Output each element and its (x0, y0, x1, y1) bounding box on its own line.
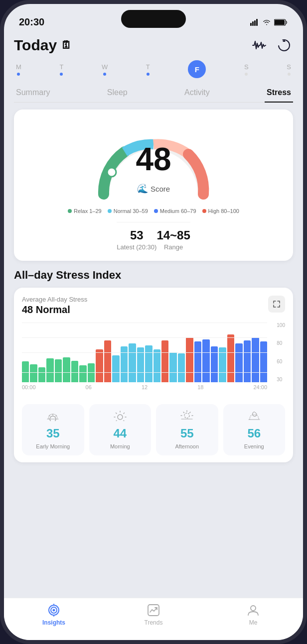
activity-icon-btn[interactable] (250, 36, 268, 54)
chart-y-labels: 100 80 60 30 (277, 322, 285, 382)
app-content: Today 🗓 M (4, 31, 303, 640)
chart-x-labels: 00:00 06 12 18 24:00 (22, 384, 285, 397)
morning-label: Morning (110, 443, 130, 449)
trends-icon (147, 603, 160, 617)
tab-stress-label: Stress (267, 88, 291, 97)
gauge-label: 🌊 Score (137, 183, 170, 194)
chart-bar-14 (137, 347, 144, 382)
chart-bar-8 (88, 363, 95, 382)
morning-value: 44 (113, 427, 127, 440)
range-value: 14~85 (156, 228, 190, 242)
y-label-100: 100 (277, 322, 285, 328)
score-wave-icon: 🌊 (137, 183, 148, 194)
chart-bar-11 (112, 355, 119, 382)
nav-insights[interactable]: Insights (36, 603, 71, 626)
chart-bars (22, 322, 267, 382)
dynamic-island (121, 10, 186, 28)
svg-rect-32 (148, 605, 159, 616)
svg-line-23 (183, 412, 184, 413)
svg-point-12 (118, 415, 123, 420)
legend-normal-dot (108, 209, 112, 213)
week-day-s2-label: S (287, 63, 291, 71)
week-day-t1-label: T (59, 63, 63, 71)
signal-icon (250, 19, 259, 26)
tab-activity[interactable]: Activity (182, 85, 212, 102)
svg-point-33 (251, 606, 256, 611)
y-label-80: 80 (277, 340, 285, 346)
chart-bar-9 (96, 349, 103, 382)
latest-stat: 53 Latest (20:30) (117, 228, 156, 251)
chart-bar-28 (252, 337, 259, 382)
avg-label: Average All-day Stress (22, 296, 87, 303)
legend-high: High 80–100 (202, 208, 239, 214)
legend-relax-dot (68, 209, 72, 213)
stress-card-header: Average All-day Stress 48 Normal (22, 296, 285, 316)
week-day-t1[interactable]: T (59, 63, 63, 76)
x-label-18: 18 (197, 384, 203, 390)
svg-line-19 (116, 421, 117, 421)
chart-bar-16 (154, 349, 160, 382)
tab-summary[interactable]: Summary (14, 85, 52, 102)
legend-normal: Normal 30–59 (108, 208, 148, 214)
chart-bar-4 (55, 359, 62, 382)
time-block-early-morning: 35 Early Morning (22, 404, 84, 455)
week-day-w[interactable]: W (102, 63, 108, 76)
tabs-row: Summary Sleep Activity Stress (14, 83, 293, 103)
gauge-score: 48 (136, 143, 171, 175)
chart-bar-21 (194, 341, 201, 382)
early-morning-icon (46, 410, 60, 424)
refresh-icon-btn[interactable] (275, 36, 293, 54)
week-day-t1-dot (60, 73, 63, 76)
legend-row: Relax 1–29 Normal 30–59 Medium 60–79 Hig… (68, 208, 239, 214)
svg-line-20 (124, 421, 125, 421)
morning-icon (113, 410, 127, 424)
tab-sleep[interactable]: Sleep (105, 85, 130, 102)
nav-trends[interactable]: Trends (136, 603, 171, 626)
legend-medium: Medium 60–79 (154, 208, 196, 214)
legend-relax-label: Relax 1–29 (74, 208, 102, 214)
legend-relax: Relax 1–29 (68, 208, 102, 214)
week-day-w-dot (103, 73, 106, 76)
chart-bar-18 (169, 352, 176, 382)
latest-value: 53 (117, 228, 156, 242)
refresh-icon (277, 38, 291, 52)
tab-activity-label: Activity (184, 88, 210, 97)
waveform-icon (252, 40, 266, 51)
week-day-s1[interactable]: S (244, 63, 249, 76)
week-day-s2[interactable]: S (287, 63, 291, 76)
chart-bar-17 (161, 340, 168, 382)
evening-value: 56 (247, 427, 261, 440)
week-day-s1-dot (245, 73, 248, 76)
expand-button[interactable] (268, 296, 285, 313)
chart-bar-1 (30, 364, 37, 382)
early-morning-value: 35 (46, 427, 60, 440)
time-block-morning: 44 Morning (89, 404, 152, 455)
x-label-06: 06 (86, 384, 92, 390)
legend-normal-label: Normal 30–59 (114, 208, 148, 214)
chart-bar-3 (46, 358, 53, 382)
svg-line-17 (116, 413, 117, 414)
tab-stress[interactable]: Stress (265, 85, 293, 102)
avg-info: Average All-day Stress 48 Normal (22, 296, 87, 316)
week-day-m[interactable]: M (16, 63, 21, 76)
insights-label: Insights (42, 619, 65, 626)
me-label: Me (249, 619, 258, 626)
avg-value: 48 Normal (22, 304, 87, 316)
legend-high-dot (202, 209, 206, 213)
week-day-w-label: W (102, 63, 108, 71)
chart-bar-12 (121, 346, 128, 382)
svg-rect-3 (256, 19, 258, 26)
nav-me[interactable]: Me (236, 603, 271, 626)
week-day-t2[interactable]: T (146, 63, 150, 76)
week-day-f-circle: F (188, 60, 206, 78)
week-nav: M T W T F S S (14, 58, 293, 83)
svg-rect-5 (275, 20, 285, 25)
header-row: Today 🗓 (14, 31, 293, 58)
week-day-f[interactable]: F (188, 60, 206, 78)
week-day-m-label: M (16, 63, 21, 71)
chart-bar-10 (104, 340, 111, 382)
score-card: 48 🌊 Score Relax 1–29 Normal 30–59 (14, 109, 293, 261)
legend-high-label: High 80–100 (208, 208, 239, 214)
tab-summary-label: Summary (16, 88, 50, 97)
status-time: 20:30 (19, 16, 44, 28)
